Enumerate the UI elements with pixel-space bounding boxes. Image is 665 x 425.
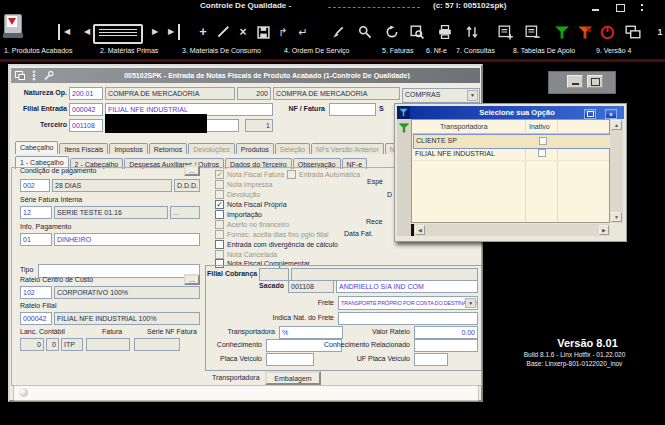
minimize-icon[interactable] — [589, 2, 602, 13]
record-list-button[interactable] — [93, 24, 143, 44]
menu-faturas[interactable]: 5. Faturas — [382, 47, 414, 54]
menu-divider — [0, 59, 665, 62]
refresh-icon[interactable] — [383, 24, 401, 40]
menu-materiais-consumo[interactable]: 3. Materiais De Consumo — [182, 47, 261, 54]
checkbox-nota-impressa — [215, 180, 224, 189]
info-pagamento-desc-field[interactable]: DINHEIRO — [54, 233, 200, 246]
child-maximize-icon[interactable] — [587, 75, 603, 88]
grid-row-filial-nfe[interactable]: FILIAL NFE INDUSTRIAL — [413, 147, 609, 161]
checkbox-label: Acerto no financeiro — [227, 221, 289, 228]
nav-last-button[interactable]: ▶ — [164, 24, 180, 40]
clear-filter-icon[interactable] — [576, 24, 594, 40]
checkbox-importacao[interactable] — [215, 210, 224, 219]
search-icon[interactable] — [356, 24, 374, 40]
menu-versao-4[interactable]: 9. Versão 4 — [596, 47, 631, 54]
add-button[interactable]: + — [194, 24, 212, 40]
sort-icon[interactable] — [463, 24, 481, 40]
tools-wrench-icon[interactable] — [43, 70, 54, 81]
serie-fatura-code-field[interactable]: 12 — [20, 206, 52, 219]
info-pagamento-code-field[interactable]: 01 — [20, 233, 52, 246]
preview-icon[interactable] — [408, 24, 426, 40]
page-indicator: 1 — [651, 24, 665, 40]
nf-fatura-input[interactable] — [329, 103, 376, 116]
windows-icon[interactable] — [624, 24, 642, 40]
condicao-browse-button[interactable]: ... — [184, 165, 200, 176]
inativo-checkbox[interactable] — [539, 137, 547, 145]
add-record-icon[interactable] — [496, 24, 514, 40]
clear-brush-icon[interactable] — [329, 24, 347, 40]
dialog-grid: Transportadora Inativo CLIENTE SP FILIAL… — [411, 119, 610, 223]
serie-nf-fatura-label: Série NF Fatura — [147, 328, 197, 335]
embalagem-tab[interactable]: Embalagem — [265, 371, 321, 385]
valor-rateio-field[interactable]: 0.00 — [414, 326, 478, 339]
grid-header-inativo[interactable]: Inativo — [529, 123, 550, 130]
menu-tabelas-apoio[interactable]: 8. Tabelas De Apoio — [513, 47, 575, 54]
save-icon[interactable] — [254, 24, 272, 40]
scroll-up-icon[interactable]: ▲ — [611, 120, 622, 130]
close-icon[interactable] — [640, 2, 645, 13]
nav-first-button[interactable]: ◀ — [58, 24, 74, 40]
checkbox-acerto-financeiro — [215, 220, 224, 229]
scroll-right-icon[interactable]: ▶ — [599, 225, 609, 235]
undo-icon[interactable]: ↱ — [274, 24, 292, 40]
exit-icon[interactable] — [598, 24, 616, 40]
serie-fatura-browse-field[interactable]: ... — [170, 206, 200, 219]
nav-next-button[interactable]: ▶ — [146, 24, 164, 40]
dialog-vscrollbar[interactable]: ▲ ▼ — [610, 119, 623, 223]
dialog-filter-green-icon[interactable] — [399, 123, 409, 133]
checkbox-divergencia-calculo[interactable] — [215, 240, 224, 249]
confirm-icon[interactable]: ↵ — [294, 24, 312, 40]
form-window-titlebar[interactable]: 005102SPK - Entrada de Notas Fiscais de … — [11, 68, 480, 83]
maximize-icon[interactable] — [613, 2, 626, 13]
child-minimize-icon[interactable] — [567, 75, 583, 88]
dropdown-icon[interactable]: ▼ — [465, 298, 476, 308]
rateio-cc-code-field[interactable]: 102 — [20, 286, 52, 299]
rateio-cc-browse-button[interactable]: ... — [184, 274, 200, 285]
indica-nat-frete-combo[interactable] — [338, 312, 478, 325]
edit-icon[interactable] — [214, 24, 232, 40]
uf-placa-veiculo-field[interactable] — [414, 353, 448, 366]
filial-cobranca-label: Filial Cobrança — [207, 270, 257, 277]
delete-button[interactable]: × — [234, 24, 252, 40]
dropdown-icon[interactable]: ▼ — [467, 90, 478, 101]
transportadora-field[interactable]: % — [279, 326, 343, 339]
checkbox-label: Fornec. aceita dias fixo pgto filial — [227, 231, 329, 238]
indica-nat-frete-label: Indica Nat. do Frete — [220, 314, 334, 321]
menu-produtos-acabados[interactable]: 1. Produtos Acabados — [4, 47, 73, 54]
sacado-name-field[interactable]: ANDRIELLO S/A IND COM — [336, 280, 478, 293]
menu-consultas[interactable]: 7. Consultas — [456, 47, 495, 54]
form-window-title: 005102SPK - Entrada de Notas Fiscais de … — [54, 72, 480, 79]
checkbox-nota-fiscal-fatura — [215, 170, 224, 179]
natureza-op-code-field[interactable]: 200.01 — [69, 87, 103, 100]
export-icon[interactable] — [15, 71, 25, 80]
redaction-box — [105, 114, 207, 133]
menu-ordem-servico[interactable]: 4. Ordem De Serviço — [284, 47, 349, 54]
checkbox-nota-fiscal-propria[interactable] — [215, 200, 224, 209]
menu-materias-primas[interactable]: 2. Matérias Primas — [100, 47, 158, 54]
terceiro-code-field[interactable]: 001108 — [69, 119, 103, 132]
print-icon[interactable] — [436, 24, 454, 40]
version-title: Versão 8.01 — [520, 337, 655, 349]
rateio-filial-code-field[interactable]: 000042 — [20, 312, 52, 325]
filter-icon[interactable] — [553, 24, 571, 40]
dialog-titlebar[interactable]: Selecione sua Opção x — [397, 106, 624, 119]
grid-dots-icon[interactable] — [31, 70, 37, 81]
app-launcher-icon[interactable] — [3, 14, 23, 40]
grid-header-transportadora[interactable]: Transportadora — [440, 123, 488, 130]
menu-nfe[interactable]: 6. Nf-e — [426, 47, 447, 54]
dialog-close-icon[interactable]: x — [605, 109, 617, 119]
filial-entrada-code-field[interactable]: 000042 — [69, 103, 103, 116]
condicao-code-field[interactable]: 002 — [20, 179, 50, 192]
remove-record-icon[interactable] — [523, 24, 541, 40]
placa-veiculo-field[interactable] — [266, 353, 314, 366]
placa-veiculo-label: Placa Veiculo — [200, 355, 262, 362]
frete-combo[interactable]: TRANSPORTE PRÓPRIO POR CONTA DO DESTINAT… — [338, 296, 478, 310]
conhecimento-relacionado-field[interactable] — [414, 339, 478, 352]
checkbox-label: Devolução — [227, 191, 260, 198]
scroll-left-icon[interactable]: ◀ — [415, 225, 425, 235]
dialog-hscrollbar[interactable]: ◀ ▶ — [411, 224, 610, 236]
inativo-checkbox[interactable] — [538, 149, 546, 157]
scroll-down-icon[interactable]: ▼ — [611, 212, 622, 222]
grupo-combo[interactable]: COMPRAS▼ — [402, 88, 480, 103]
dialog-maximize-icon[interactable] — [584, 109, 596, 119]
